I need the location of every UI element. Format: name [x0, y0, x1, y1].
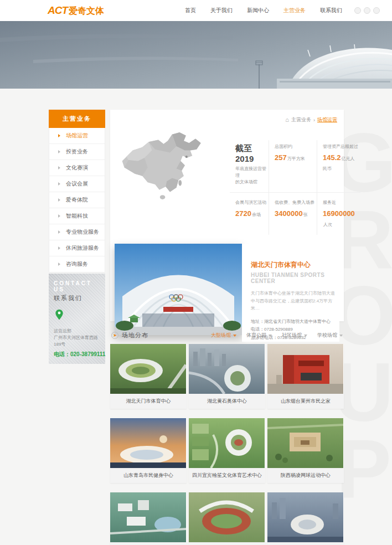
venue-section-header: ➤ 场地分布 大型场馆 体育公园 社区场馆 学校场馆 — [110, 331, 344, 344]
filter-large-venues[interactable]: 大型场馆 — [211, 332, 236, 339]
featured-venue-subtitle: HUBEI TIANMEN SPORTS CENTER — [251, 272, 336, 284]
venue-grid: 湖北天门市体育中心 — [110, 344, 344, 545]
main-column: ⌂ 主营业务 › 场馆运营 — [110, 110, 344, 545]
venue-photo — [110, 344, 187, 394]
main-nav: 首页 关于我们 新闻中心 主营业务 联系我们 — [185, 7, 342, 14]
filter-sports-parks[interactable]: 体育公园 — [246, 332, 272, 339]
sidebar-item-leisure-tourism[interactable]: 休闲旅游服务 — [49, 240, 105, 256]
venue-photo — [267, 492, 344, 542]
location-pin-icon — [55, 309, 64, 320]
filter-community-venues[interactable]: 社区场馆 — [282, 332, 307, 339]
venue-caption: 湖北黄石奥体中心 — [189, 394, 265, 409]
arrow-right-icon — [58, 150, 62, 153]
venue-caption: 陕西杨凌网球运动中心 — [267, 468, 344, 483]
map-stats-row: 截至2019 年底直接运营管理 的文体场馆 总面积约 257万平方米 管理资产总… — [115, 128, 339, 235]
nav-contact[interactable]: 联系我们 — [320, 7, 342, 14]
nav-business[interactable]: 主营业务 — [283, 7, 306, 14]
breadcrumb-separator: › — [313, 117, 315, 123]
chevron-down-icon — [339, 335, 343, 338]
venue-section-title: 场地分布 — [122, 331, 148, 340]
hero-banner — [0, 21, 392, 89]
venue-card-9[interactable] — [267, 492, 344, 545]
breadcrumb: ⌂ 主营业务 › 场馆运营 — [115, 115, 339, 128]
venue-photo — [267, 344, 344, 394]
chevron-down-icon — [304, 335, 307, 338]
arrow-right-icon — [58, 166, 62, 169]
arrow-right-icon — [58, 263, 62, 266]
weibo-icon[interactable] — [373, 7, 380, 14]
filter-school-venues[interactable]: 学校场馆 — [317, 332, 343, 339]
venue-photo — [267, 418, 344, 468]
sidebar-item-property-service[interactable]: 专业物业服务 — [49, 224, 105, 240]
featured-venue-description: 天门市体育中心坐落于湖北天门市陆羽大道中与西寺路交汇处，总建筑面积2.4万平方米… — [251, 290, 336, 312]
wechat-icon[interactable] — [364, 7, 370, 14]
chevron-down-icon — [233, 335, 236, 338]
stat-tickets: 低收费、免费入场券 3400000张 — [269, 192, 317, 235]
arrow-right-icon — [58, 246, 62, 250]
logo[interactable]: ACT 爱奇文体 — [48, 4, 104, 17]
china-map — [115, 128, 223, 235]
sidebar: 主营业务 场馆运营 投资业务 文化赛演 会议会展 爱奇体院 智能科技 专业物业服… — [49, 110, 105, 545]
content-area: 主营业务 场馆运营 投资业务 文化赛演 会议会展 爱奇体院 智能科技 专业物业服… — [0, 89, 392, 545]
stat-events: 会展与演艺活动 2720余场 — [230, 192, 269, 235]
featured-venue-info: 湖北天门市体育中心 HUBEI TIANMEN SPORTS CENTER 天门… — [242, 244, 339, 342]
venue-distribution-icon: ➤ — [111, 332, 118, 339]
logo-text-cn: 爱奇文体 — [69, 6, 104, 17]
venue-photo — [110, 418, 187, 468]
sidebar-item-smart-tech[interactable]: 智能科技 — [49, 208, 105, 224]
breadcrumb-root[interactable]: 主营业务 — [291, 116, 311, 124]
venue-caption: 山东烟台莱州市民之家 — [267, 394, 344, 409]
venue-caption: 湖北天门市体育中心 — [110, 394, 187, 409]
nav-about[interactable]: 关于我们 — [210, 7, 233, 14]
arrow-right-icon — [58, 198, 62, 202]
sidebar-item-conference-exhibition[interactable]: 会议会展 — [49, 176, 105, 192]
arrow-right-icon — [58, 134, 62, 137]
arrow-right-icon — [58, 214, 62, 218]
nav-home[interactable]: 首页 — [185, 7, 196, 14]
venue-caption — [267, 542, 344, 545]
stat-assets: 管理资产总额超过 145.2亿元人民币 — [317, 140, 360, 192]
venue-card-8[interactable] — [189, 492, 265, 545]
featured-venue-address: 地址：湖北省天门市陆羽大道中体育中心 — [251, 318, 336, 326]
venue-distribution-section: ➤ 场地分布 大型场馆 体育公园 社区场馆 学校场馆 — [110, 331, 344, 545]
venue-caption — [189, 542, 265, 545]
contact-address: 广州市天河区体育西路189号 — [54, 335, 100, 348]
sidebar-item-aiqi-academy[interactable]: 爱奇体院 — [49, 192, 105, 208]
stat-visitors: 服务近 16900000人次 — [317, 192, 360, 235]
venue-caption — [110, 542, 187, 545]
contact-department: 运营总部 — [54, 328, 100, 335]
venue-card-laizhou[interactable]: 山东烟台莱州市民之家 — [267, 344, 344, 409]
venue-photo — [189, 344, 265, 394]
featured-venue-title[interactable]: 湖北天门市体育中心 — [251, 260, 336, 270]
home-icon[interactable]: ⌂ — [285, 117, 289, 123]
venue-photo — [189, 418, 265, 468]
venue-card-yibin[interactable]: 四川宜宾翰笙文化体育艺术中心 — [189, 418, 265, 483]
sidebar-menu: 场馆运营 投资业务 文化赛演 会议会展 爱奇体院 智能科技 专业物业服务 休闲旅… — [49, 128, 105, 272]
breadcrumb-current[interactable]: 场馆运营 — [317, 116, 337, 124]
logo-text-en: ACT — [48, 4, 68, 17]
venue-card-yangling[interactable]: 陕西杨凌网球运动中心 — [267, 418, 344, 483]
sidebar-item-venue-operation[interactable]: 场馆运营 — [49, 128, 105, 144]
venue-card-tianmen[interactable]: 湖北天门市体育中心 — [110, 344, 187, 409]
venue-card-huangshi[interactable]: 湖北黄石奥体中心 — [189, 344, 265, 409]
venue-caption: 四川宜宾翰笙文化体育艺术中心 — [189, 468, 265, 483]
arrow-right-icon — [58, 230, 62, 234]
stadium-banner-image — [0, 21, 392, 89]
contact-phone: 电话：020-38799111 — [54, 351, 100, 358]
venue-card-7[interactable] — [110, 492, 187, 545]
featured-venue-photo[interactable] — [115, 244, 242, 335]
sidebar-title: 主营业务 — [49, 110, 105, 128]
stat-asof-2019: 截至2019 年底直接运营管理 的文体场馆 — [230, 140, 269, 192]
sidebar-item-investment[interactable]: 投资业务 — [49, 144, 105, 160]
stat-total-area: 总面积约 257万平方米 — [269, 140, 317, 192]
contact-title-cn: 联系我们 — [54, 294, 100, 302]
venue-caption: 山东青岛市民健身中心 — [110, 468, 187, 483]
venue-filters: 大型场馆 体育公园 社区场馆 学校场馆 — [211, 332, 343, 339]
sidebar-item-culture-performance[interactable]: 文化赛演 — [49, 160, 105, 176]
contact-title-en: CONTACT US — [54, 280, 100, 292]
arrow-right-icon — [58, 182, 62, 186]
sidebar-item-consulting[interactable]: 咨询服务 — [49, 256, 105, 272]
nav-news[interactable]: 新闻中心 — [247, 7, 269, 14]
venue-card-qingdao[interactable]: 山东青岛市民健身中心 — [110, 418, 187, 483]
share-icon[interactable] — [354, 7, 361, 14]
